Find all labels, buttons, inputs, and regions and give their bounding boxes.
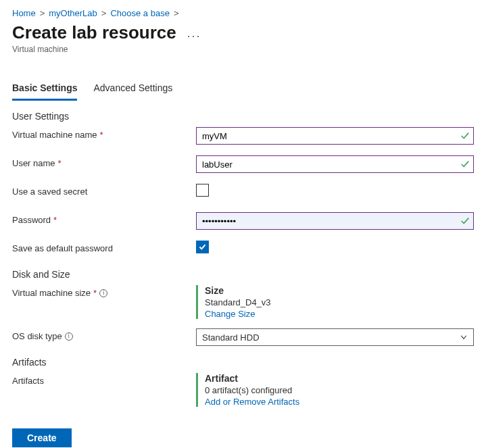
required-indicator: * xyxy=(93,288,97,298)
label-use-saved-secret: Use a saved secret xyxy=(12,186,87,197)
section-disk-size: Disk and Size xyxy=(12,269,474,280)
breadcrumb-home[interactable]: Home xyxy=(12,8,36,18)
label-vm-name: Virtual machine name xyxy=(12,130,97,140)
section-artifacts: Artifacts xyxy=(12,357,474,368)
required-indicator: * xyxy=(100,130,103,140)
section-user-settings: User Settings xyxy=(12,111,474,122)
vm-name-input[interactable] xyxy=(196,127,474,145)
artifact-value: 0 artifact(s) configured xyxy=(205,385,474,395)
add-remove-artifacts-link[interactable]: Add or Remove Artifacts xyxy=(205,397,474,407)
vm-size-value: Standard_D4_v3 xyxy=(205,297,474,307)
more-options-icon[interactable]: ··· xyxy=(187,29,201,43)
label-user-name: User name xyxy=(12,158,55,168)
breadcrumb-choose-base[interactable]: Choose a base xyxy=(110,8,169,18)
tab-advanced-settings[interactable]: Advanced Settings xyxy=(93,78,172,101)
label-os-disk-type: OS disk type xyxy=(12,331,62,341)
change-size-link[interactable]: Change Size xyxy=(205,309,474,319)
os-disk-type-select[interactable]: Standard HDD xyxy=(196,328,474,346)
tab-basic-settings[interactable]: Basic Settings xyxy=(12,78,77,101)
page-subtitle: Virtual machine xyxy=(12,45,474,54)
required-indicator: * xyxy=(58,158,62,168)
label-password: Password xyxy=(12,215,51,225)
artifact-heading: Artifact xyxy=(205,373,474,384)
checkmark-icon xyxy=(198,243,207,251)
vm-size-heading: Size xyxy=(205,285,474,296)
label-save-default-password: Save as default password xyxy=(12,243,113,253)
label-vm-size: Virtual machine size xyxy=(12,288,91,298)
chevron-right-icon: > xyxy=(101,8,107,18)
os-disk-type-value: Standard HDD xyxy=(202,332,260,343)
breadcrumb-lab[interactable]: myOtherLab xyxy=(49,8,97,18)
password-input[interactable] xyxy=(196,212,474,230)
chevron-right-icon: > xyxy=(40,8,45,18)
required-indicator: * xyxy=(53,215,57,225)
page-title: Create lab resource xyxy=(12,22,176,43)
checkmark-icon xyxy=(460,216,470,226)
chevron-right-icon: > xyxy=(174,8,179,18)
vm-size-block: Size Standard_D4_v3 Change Size xyxy=(196,285,474,319)
create-button[interactable]: Create xyxy=(12,428,72,447)
use-saved-secret-checkbox[interactable] xyxy=(196,184,209,197)
user-name-input[interactable] xyxy=(196,155,474,173)
checkmark-icon xyxy=(460,159,470,169)
tabs: Basic Settings Advanced Settings xyxy=(12,78,474,101)
info-icon[interactable]: i xyxy=(65,332,73,341)
label-artifacts: Artifacts xyxy=(12,376,44,386)
info-icon[interactable]: i xyxy=(99,289,107,297)
save-default-password-checkbox[interactable] xyxy=(196,241,209,253)
chevron-down-icon xyxy=(460,333,468,341)
artifact-block: Artifact 0 artifact(s) configured Add or… xyxy=(196,373,474,407)
breadcrumb: Home > myOtherLab > Choose a base > xyxy=(12,8,474,18)
checkmark-icon xyxy=(460,131,470,141)
